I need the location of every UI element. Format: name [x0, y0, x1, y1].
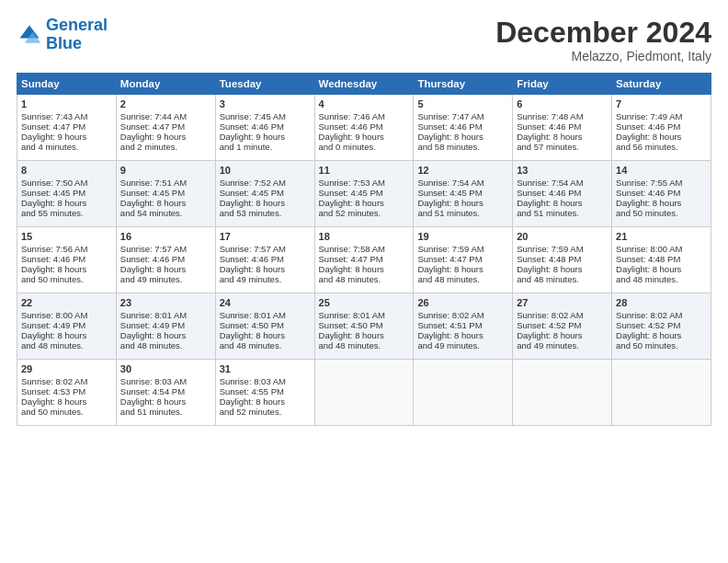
day-number: 23 [120, 297, 211, 308]
day-info-line: Sunrise: 7:56 AM [21, 244, 112, 254]
day-info-line: Sunset: 4:46 PM [517, 121, 608, 132]
calendar-cell: 6Sunrise: 7:48 AMSunset: 4:46 PMDaylight… [513, 95, 612, 161]
header-day-tuesday: Tuesday [215, 74, 314, 95]
day-info-line: and 48 minutes. [120, 340, 211, 350]
calendar-cell: 20Sunrise: 7:59 AMSunset: 4:48 PMDayligh… [513, 227, 612, 293]
day-info-line: and 50 minutes. [616, 208, 707, 218]
day-info-line: Sunrise: 7:59 AM [417, 244, 508, 254]
day-info-line: and 50 minutes. [21, 274, 112, 284]
day-info-line: Sunset: 4:45 PM [120, 188, 211, 198]
calendar-cell: 12Sunrise: 7:54 AMSunset: 4:45 PMDayligh… [414, 161, 513, 227]
day-info-line: Daylight: 8 hours [517, 264, 608, 274]
calendar-cell: 24Sunrise: 8:01 AMSunset: 4:50 PMDayligh… [215, 293, 314, 360]
day-info-line: Sunset: 4:52 PM [517, 320, 608, 330]
day-info-line: Sunrise: 8:00 AM [616, 244, 707, 254]
calendar-cell: 15Sunrise: 7:56 AMSunset: 4:46 PMDayligh… [17, 227, 117, 293]
day-info-line: Daylight: 8 hours [319, 330, 410, 340]
calendar-cell: 29Sunrise: 8:02 AMSunset: 4:53 PMDayligh… [17, 360, 117, 426]
week-row-1: 1Sunrise: 7:43 AMSunset: 4:47 PMDaylight… [17, 95, 711, 161]
day-info-line: Daylight: 9 hours [120, 132, 211, 142]
day-info-line: Sunrise: 7:52 AM [220, 178, 311, 188]
logo-icon [17, 22, 42, 48]
day-info-line: and 58 minutes. [417, 142, 508, 152]
day-number: 9 [120, 165, 211, 176]
day-info-line: Sunrise: 7:48 AM [517, 111, 608, 121]
day-number: 3 [220, 98, 311, 109]
day-info-line: and 49 minutes. [417, 340, 508, 350]
day-info-line: and 52 minutes. [319, 208, 410, 218]
calendar-cell [314, 360, 414, 426]
week-row-3: 15Sunrise: 7:56 AMSunset: 4:46 PMDayligh… [17, 227, 711, 293]
calendar-cell: 5Sunrise: 7:47 AMSunset: 4:46 PMDaylight… [414, 95, 513, 161]
calendar-cell: 4Sunrise: 7:46 AMSunset: 4:46 PMDaylight… [314, 95, 414, 161]
day-info-line: Sunrise: 7:59 AM [517, 244, 608, 254]
day-info-line: Sunrise: 8:01 AM [120, 310, 211, 320]
day-info-line: Daylight: 9 hours [21, 132, 112, 142]
calendar-cell: 7Sunrise: 7:49 AMSunset: 4:46 PMDaylight… [612, 95, 711, 161]
day-info-line: Sunrise: 7:47 AM [417, 111, 508, 121]
day-info-line: Sunrise: 7:57 AM [120, 244, 211, 254]
day-info-line: and 52 minutes. [220, 407, 311, 417]
day-info-line: Sunset: 4:45 PM [417, 188, 508, 198]
day-info-line: Daylight: 8 hours [517, 330, 608, 340]
day-info-line: and 53 minutes. [220, 208, 311, 218]
day-number: 10 [220, 165, 311, 176]
day-number: 1 [21, 98, 112, 109]
day-info-line: Sunset: 4:46 PM [616, 121, 707, 132]
calendar-cell [513, 360, 612, 426]
day-info-line: Sunset: 4:47 PM [417, 254, 508, 264]
day-info-line: Sunrise: 7:49 AM [616, 111, 707, 121]
day-info-line: Sunrise: 7:58 AM [319, 244, 410, 254]
header-day-monday: Monday [116, 74, 215, 95]
day-info-line: Daylight: 8 hours [319, 264, 410, 274]
day-info-line: Daylight: 8 hours [21, 198, 112, 208]
day-info-line: Daylight: 8 hours [220, 330, 311, 340]
day-info-line: Daylight: 8 hours [616, 198, 707, 208]
day-info-line: Daylight: 8 hours [417, 198, 508, 208]
day-number: 13 [517, 165, 608, 176]
day-info-line: Sunset: 4:45 PM [319, 188, 410, 198]
day-info-line: Sunrise: 7:55 AM [616, 178, 707, 188]
calendar-cell [612, 360, 711, 426]
day-info-line: Daylight: 8 hours [319, 198, 410, 208]
calendar-cell: 2Sunrise: 7:44 AMSunset: 4:47 PMDaylight… [116, 95, 215, 161]
day-info-line: Sunset: 4:47 PM [120, 121, 211, 132]
day-info-line: Sunset: 4:54 PM [120, 386, 211, 396]
day-info-line: Sunset: 4:55 PM [220, 386, 311, 396]
day-number: 27 [517, 297, 608, 308]
title-block: December 2024 Melazzo, Piedmont, Italy [495, 17, 711, 63]
week-row-4: 22Sunrise: 8:00 AMSunset: 4:49 PMDayligh… [17, 293, 711, 360]
day-number: 29 [21, 363, 112, 374]
day-info-line: Sunset: 4:46 PM [616, 188, 707, 198]
calendar-cell: 13Sunrise: 7:54 AMSunset: 4:46 PMDayligh… [513, 161, 612, 227]
day-info-line: Sunset: 4:52 PM [616, 320, 707, 330]
day-info-line: Sunrise: 7:45 AM [220, 111, 311, 121]
day-info-line: Sunset: 4:45 PM [220, 188, 311, 198]
day-info-line: Sunset: 4:46 PM [220, 121, 311, 132]
day-number: 12 [417, 165, 508, 176]
header-day-wednesday: Wednesday [314, 74, 414, 95]
location-subtitle: Melazzo, Piedmont, Italy [495, 49, 711, 63]
day-info-line: Daylight: 8 hours [120, 396, 211, 407]
day-info-line: Daylight: 8 hours [616, 132, 707, 142]
day-info-line: and 49 minutes. [120, 274, 211, 284]
day-info-line: and 48 minutes. [417, 274, 508, 284]
day-number: 24 [220, 297, 311, 308]
day-number: 4 [319, 98, 410, 109]
day-info-line: and 48 minutes. [319, 340, 410, 350]
day-info-line: Sunrise: 8:02 AM [21, 376, 112, 386]
header-row: SundayMondayTuesdayWednesdayThursdayFrid… [17, 74, 711, 95]
day-info-line: Sunset: 4:49 PM [120, 320, 211, 330]
day-info-line: and 50 minutes. [616, 340, 707, 350]
day-info-line: and 50 minutes. [21, 407, 112, 417]
day-info-line: Daylight: 8 hours [120, 330, 211, 340]
day-number: 16 [120, 231, 211, 242]
calendar-cell: 10Sunrise: 7:52 AMSunset: 4:45 PMDayligh… [215, 161, 314, 227]
logo: General Blue [17, 17, 108, 53]
day-info-line: Daylight: 8 hours [220, 396, 311, 407]
day-number: 2 [120, 98, 211, 109]
day-info-line: Sunrise: 8:03 AM [220, 376, 311, 386]
day-info-line: Sunset: 4:46 PM [220, 254, 311, 264]
day-info-line: Sunrise: 7:51 AM [120, 178, 211, 188]
day-info-line: Sunrise: 8:01 AM [319, 310, 410, 320]
